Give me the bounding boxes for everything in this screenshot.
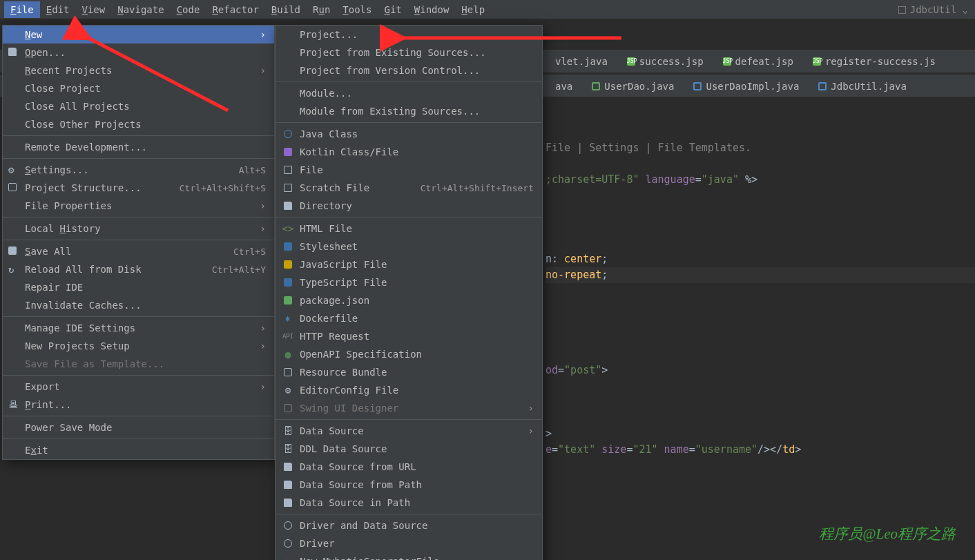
save-icon (8, 246, 19, 257)
menu-navigate[interactable]: Navigate (111, 1, 170, 18)
menu-code[interactable]: Code (171, 1, 206, 18)
file-menu-item[interactable]: Invalidate Caches... (3, 296, 274, 314)
checkbox-icon (898, 6, 906, 14)
file-menu-item[interactable]: Close Other Projects (3, 115, 274, 133)
new-menu-item[interactable]: package.json (276, 291, 542, 309)
tab[interactable]: vlet.java (546, 52, 617, 71)
new-menu-item[interactable]: 🗄DDL Data Source (276, 440, 542, 458)
tab[interactable]: UserDaoImpl.java (684, 77, 809, 96)
tab[interactable]: JdbcUtil.java (809, 77, 916, 96)
file-menu-item[interactable]: Power Save Mode (3, 418, 274, 436)
menu-item-label: Java Class (300, 128, 534, 139)
file-menu-item[interactable]: Manage IDE Settings› (3, 319, 274, 337)
new-menu-item[interactable]: ◍OpenAPI Specification (276, 345, 542, 363)
current-line: no-repeat; (546, 267, 975, 283)
file-menu-item[interactable]: Local History› (3, 220, 274, 238)
menu-item-label: Kotlin Class/File (300, 146, 534, 157)
menu-tools[interactable]: Tools (336, 1, 378, 18)
new-menu-item[interactable]: APIHTTP Request (276, 327, 542, 345)
class-icon (693, 82, 702, 90)
menu-window[interactable]: Window (408, 1, 456, 18)
file-menu-item[interactable]: Close All Projects (3, 97, 274, 115)
driver-icon (282, 520, 293, 531)
tab[interactable]: UserDao.java (582, 77, 684, 96)
new-menu-item[interactable]: Java Class (276, 125, 542, 143)
menu-refactor[interactable]: Refactor (206, 1, 264, 18)
menu-item-label: Remote Development... (25, 142, 266, 153)
html-icon: <> (282, 223, 293, 234)
menu-item-label: Export (25, 381, 255, 392)
new-menu-item[interactable]: Project... (276, 26, 542, 44)
file-menu-item[interactable]: Project Structure...Ctrl+Alt+Shift+S (3, 179, 274, 197)
tab[interactable]: JSPregister-success.js (803, 52, 945, 71)
menu-item-label: Close Project (25, 83, 266, 94)
new-menu-item[interactable]: JavaScript File (276, 255, 542, 273)
menu-item-label: Project from Version Control... (300, 65, 534, 76)
new-menu-item[interactable]: Data Source from Path (276, 476, 542, 494)
new-menu-item[interactable]: Data Source in Path (276, 494, 542, 512)
tab-label: register-success.js (825, 56, 936, 67)
new-menu-item[interactable]: <>HTML File (276, 220, 542, 238)
new-menu-item[interactable]: Stylesheet (276, 238, 542, 255)
file-menu-item[interactable]: Remote Development... (3, 138, 274, 156)
file-menu-item[interactable]: Recent Projects› (3, 61, 274, 79)
new-menu-item[interactable]: Project from Existing Sources... (276, 44, 542, 61)
new-menu-item[interactable]: Module... (276, 84, 542, 102)
new-menu-item[interactable]: Scratch FileCtrl+Alt+Shift+Insert (276, 179, 542, 197)
tab-label: UserDaoImpl.java (706, 81, 799, 92)
folder-icon (282, 461, 293, 472)
menu-help[interactable]: Help (455, 1, 491, 18)
file-menu-item[interactable]: Exit (3, 441, 274, 459)
tab[interactable]: JSPdefeat.jsp (713, 52, 803, 71)
api-icon: API (282, 331, 293, 342)
new-menu-item[interactable]: ⚙EditorConfig File (276, 381, 542, 399)
menu-item-label: Driver (300, 538, 534, 549)
file-menu-item[interactable]: Repair IDE (3, 278, 274, 296)
file-menu-item[interactable]: 🖶Print... (3, 396, 274, 414)
new-menu-item[interactable]: Resource Bundle (276, 363, 542, 381)
menu-run[interactable]: Run (307, 1, 336, 18)
new-menu-item[interactable]: Kotlin Class/File (276, 143, 542, 161)
new-menu-item[interactable]: Module from Existing Sources... (276, 102, 542, 120)
file-menu-item[interactable]: ⚙Settings...Alt+S (3, 161, 274, 179)
menu-item-label: File Properties (25, 200, 255, 211)
new-menu-item[interactable]: Directory (276, 197, 542, 215)
menu-view[interactable]: View (75, 1, 111, 18)
new-menu-item[interactable]: Data Source from URL (276, 458, 542, 476)
new-submenu: Project...Project from Existing Sources.… (275, 25, 543, 560)
new-menu-item[interactable]: TypeScript File (276, 273, 542, 291)
file-menu-item[interactable]: Save AllCtrl+S (3, 242, 274, 260)
new-menu-item[interactable]: Driver and Data Source (276, 516, 542, 534)
menu-file[interactable]: File (4, 1, 40, 18)
shortcut: Alt+S (239, 165, 266, 175)
folder-icon (282, 479, 293, 490)
active-file-dropdown[interactable]: JdbcUtil (910, 4, 968, 15)
file-menu-item[interactable]: Export› (3, 378, 274, 396)
new-menu-item[interactable]: File (276, 161, 542, 179)
menu-build[interactable]: Build (265, 1, 307, 18)
file-menu-item[interactable]: Open... (3, 44, 274, 61)
file-menu-item[interactable]: ↻Reload All from DiskCtrl+Alt+Y (3, 260, 274, 278)
menubar-right: JdbcUtil (898, 0, 975, 19)
new-menu-item[interactable]: Driver (276, 534, 542, 552)
menu-item-label: Data Source from URL (300, 461, 534, 472)
jsp-icon: JSP (627, 57, 635, 66)
menu-item-label: Stylesheet (300, 241, 534, 252)
class-icon (818, 82, 827, 90)
new-menu-item[interactable]: Project from Version Control... (276, 61, 542, 79)
file-menu-item[interactable]: New› (3, 26, 274, 44)
menu-git[interactable]: Git (378, 1, 407, 18)
new-menu-item[interactable]: ⎈Dockerfile (276, 309, 542, 327)
new-menu-item[interactable]: 🗄Data Source› (276, 422, 542, 440)
tab[interactable]: ava (546, 77, 582, 96)
menu-item-label: Module... (300, 88, 534, 99)
file-menu-item[interactable]: New Projects Setup› (3, 337, 274, 355)
menu-item-label: Reload All from Disk (25, 264, 206, 275)
menu-edit[interactable]: Edit (40, 1, 76, 18)
tab[interactable]: JSPsuccess.jsp (617, 52, 713, 71)
menu-item-label: Power Save Mode (25, 422, 266, 433)
file-menu-item[interactable]: Close Project (3, 79, 274, 97)
menu-item-label: Recent Projects (25, 65, 255, 76)
file-menu-item[interactable]: File Properties› (3, 197, 274, 215)
new-menu-item[interactable]: ◆New MybatisGeneratorFile (276, 552, 542, 560)
